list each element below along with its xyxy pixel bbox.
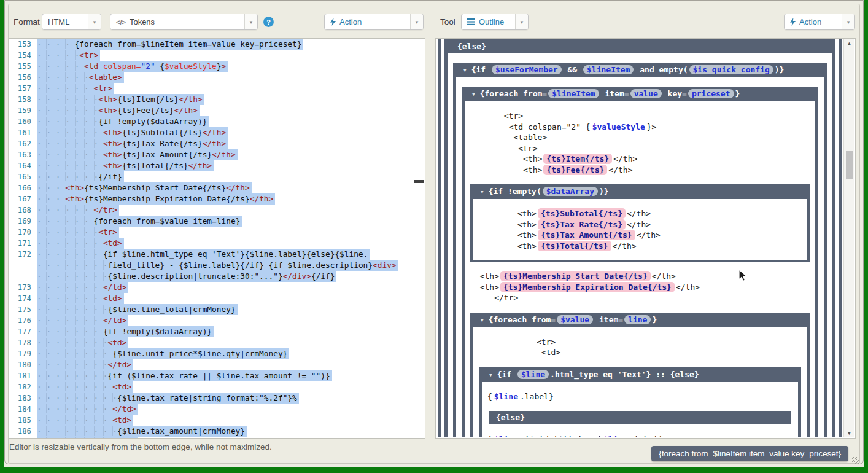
outline-scrollbar-thumb[interactable] [846,150,853,179]
line-number: 159 [9,105,37,116]
foreach-lineitem-block: ▾{foreach from=$lineItem item=value key=… [462,87,818,437]
line-number: 163 [9,149,37,160]
tool-select[interactable]: Outline ▾ [461,14,529,30]
outline-section-header[interactable]: {else} [448,39,832,53]
header-text: )} [775,65,785,74]
action-select-right[interactable]: Action ▾ [784,14,855,30]
action-select-left[interactable]: Action ▾ [324,14,424,30]
code-line[interactable]: · · · · · · ·{/if} [37,171,425,182]
whitespace-dots: · · · · · · · · [37,371,108,380]
resize-handle[interactable] [852,457,859,464]
code-line[interactable]: · · · · · · · ·field_title} - {$line.lab… [37,260,425,271]
line-number: 181 [9,370,37,381]
code-line[interactable]: · · · · · · · · </td> [37,437,425,438]
code-line[interactable]: · · · · · · · · </td> [37,404,425,415]
code-line[interactable]: · · · · · · · · {$line.unit_price*$line.… [37,348,425,359]
whitespace-dots: · · · [37,183,65,192]
header-text: } [652,315,657,324]
code-line[interactable]: · · · · · · · <th>{ts}Total{/ts}</th> [37,160,425,171]
header-text: item= [594,315,623,324]
header-text: {if !empty( [489,187,541,196]
scroll-up-icon[interactable]: ▲ [844,39,854,47]
code-line[interactable]: · · · · · · · <td> [37,238,425,249]
whitespace-dots: · · · · · [37,61,84,71]
code-line[interactable]: · · · · · · · ·<td> [37,337,425,348]
code-line[interactable]: · · · · · · · </td> [37,282,425,293]
code-line[interactable]: · · · · · · · <td> [37,293,425,304]
code-line[interactable]: · · · · · · · · ·{$line.tax_rate|string_… [37,393,425,404]
outline-code-block: {$line.field_title} - {$line.label} [487,434,792,437]
code-line[interactable]: · · · · · <td colspan="2" {$valueStyle}> [37,61,425,72]
header-text: {if [471,65,490,74]
code-editor[interactable]: 1531541551561571581591601611621631641651… [9,38,425,439]
whitespace-dots: · · · · · · · · · [37,393,117,402]
tokens-select-label: Tokens [130,17,155,26]
translate-token: {ts}SubTotal{/ts} [538,208,626,219]
editor-scrollbar-thumb[interactable] [414,180,424,183]
header-text: {foreach from= [489,315,556,324]
whitespace-dots: · · · · · [37,50,79,60]
code-line[interactable]: · · · · · · · <th>{ts}SubTotal{/ts}</th> [37,127,425,138]
code-line[interactable]: · · · · · · · · <td> [37,415,425,426]
outline-section-header[interactable]: ▾{if !empty($dataArray)} [473,184,807,199]
outline-code-block: <th>{ts}Membership Start Date{/ts}</th> … [470,271,810,303]
code-line[interactable]: · · · · · · · {if $line.html_type eq 'Te… [37,249,425,260]
code-line[interactable]: · · · · · · ·<tr> [37,227,425,238]
code-line[interactable]: · · · · · · · <th>{ts}Tax Amount{/ts}</t… [37,149,425,160]
format-select[interactable]: HTML ▾ [42,14,101,30]
translate-token: {ts}Total{/ts} [538,241,611,251]
code-line[interactable]: · · · · · · · ·{if ($line.tax_rate || $l… [37,370,425,381]
code-line[interactable]: · · · · · · · · <td> [37,381,425,393]
code-line[interactable]: · · · · · · · <th>{ts}Tax Rate{/ts}</th> [37,138,425,149]
help-icon[interactable]: ? [263,17,274,27]
editor-code[interactable]: · · · · {foreach from=$lineItem item=val… [37,39,425,438]
line-number: 175 [9,304,37,315]
outline-section-header[interactable]: ▾{if $useForMember && $lineItem and empt… [456,63,824,77]
outline-code-block: {$line.label} [487,391,792,402]
chevron-down-icon: ▾ [842,14,854,29]
line-number: 183 [9,393,37,404]
code-line[interactable]: · · · · {foreach from=$lineItem item=val… [37,39,425,50]
header-text: {else} [457,42,486,51]
line-number: 154 [9,50,37,61]
code-line[interactable]: · · · · · · ·<th>{ts}Item{/ts}</th> [37,94,425,105]
outline-section-header[interactable]: ▾{foreach from=$lineItem item=value key=… [465,87,815,101]
whitespace-dots: · · · · · · · · [37,260,108,270]
format-label: Format [14,17,40,26]
whitespace-dots: · · · · · · · · [37,415,112,424]
code-line[interactable]: · · · · · · · · ·{$line.tax_amount|crmMo… [37,426,425,437]
code-line[interactable]: · · · · · · ·<th>{ts}Fee{/ts}</th> [37,105,425,116]
code-line[interactable]: · · · · · · · ·{$line.line_total|crmMone… [37,304,425,315]
code-line[interactable]: · · · · · · </tr> [37,205,425,216]
code-line[interactable]: · · · · · · · {if !empty($dataArray)} [37,326,425,337]
code-line[interactable]: · · · · · · <tr> [37,83,425,94]
code-line[interactable]: · · · · · · · ·{$line.description|trunca… [37,271,425,282]
header-text: {foreach from= [480,89,548,98]
code-line[interactable]: · · · · · · {foreach from=$value item=li… [37,216,425,227]
line-number: 182 [9,381,37,393]
line-number: 185 [9,415,37,426]
if-dataarray-block: ▾{if !empty($dataArray)} <th>{ts}SubTota… [470,184,810,262]
code-line[interactable]: · · · · · · ·{if !empty($dataArray)} [37,116,425,127]
whitespace-dots: · · · · · · · [37,95,98,104]
line-number: 179 [9,348,37,359]
outline-section-header[interactable]: ▾{foreach from=$value item=line} [473,313,807,327]
code-line[interactable]: · · · <th>{ts}Membership Start Date{/ts}… [37,182,425,194]
whitespace-dots: · · · · · · · [37,327,103,336]
code-line[interactable]: · · · · · ·<table> [37,72,425,83]
code-line[interactable]: · · · · ·<tr> [37,50,425,61]
line-number [9,260,37,271]
variable-token-pill: $is_quick_config [689,65,773,74]
editor-scrollbar[interactable] [413,38,425,439]
outline-scrollbar[interactable]: ▲ ▼ [843,39,854,437]
scroll-down-icon[interactable]: ▼ [844,429,854,437]
variable-token: $line [492,434,520,437]
outline-section-header[interactable]: ▾{if $line.html_type eq 'Text'} :: {else… [482,367,798,382]
line-number: 180 [9,359,37,370]
code-line[interactable]: · · · · · · · ·</td> [37,359,425,370]
tokens-select[interactable]: </> Tokens ▾ [110,14,258,30]
code-line[interactable]: · · · · · · · </td> [37,315,425,326]
code-line[interactable]: · · · <th>{ts}Membership Expiration Date… [37,194,425,205]
outline-else-bar[interactable]: {else} [489,411,791,424]
outline-root: {else}▾{if $useForMember && $lineItem an… [438,39,842,437]
